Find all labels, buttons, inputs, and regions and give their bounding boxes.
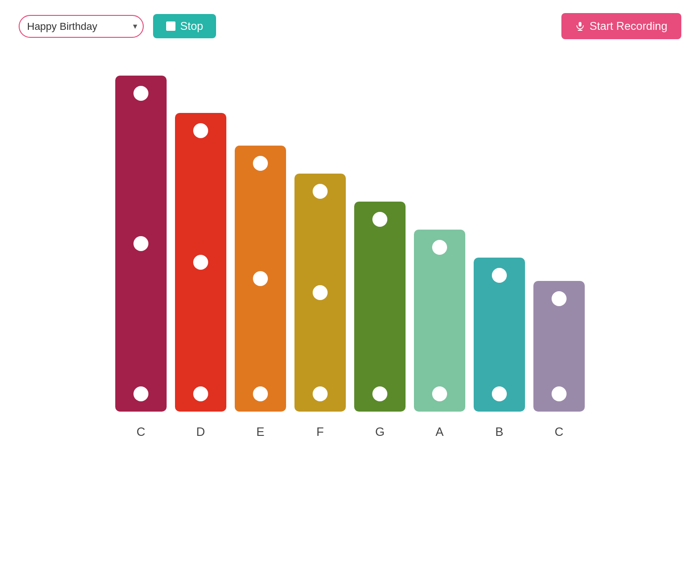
bar-bottom-dot — [193, 386, 208, 401]
xylophone-bar-bar-d[interactable] — [175, 113, 226, 412]
xylophone-container: CDEFGABC — [0, 66, 700, 481]
xylophone-bar-bar-c2[interactable] — [533, 281, 585, 412]
bar-wrapper-a: A — [414, 230, 465, 439]
bar-label-bar-c1: C — [137, 425, 146, 439]
bar-wrapper-c2: C — [533, 281, 585, 439]
bar-label-bar-b: B — [495, 425, 503, 439]
bar-label-bar-d: D — [196, 425, 205, 439]
xylophone-bar-bar-g[interactable] — [354, 202, 406, 412]
bar-top-dot — [552, 291, 567, 306]
bar-label-bar-a: A — [435, 425, 443, 439]
bar-top-dot — [432, 240, 447, 255]
bar-top-dot — [492, 268, 507, 283]
bar-bottom-dot — [552, 386, 567, 401]
start-recording-label: Start Recording — [589, 20, 667, 33]
stop-label: Stop — [180, 20, 203, 33]
bar-wrapper-d: D — [175, 113, 226, 439]
mic-icon — [575, 21, 585, 31]
bar-top-dot — [253, 156, 268, 171]
stop-icon — [166, 21, 175, 31]
bar-wrapper-f: F — [294, 174, 346, 439]
bar-top-dot — [313, 184, 328, 199]
bar-label-bar-c2: C — [555, 425, 564, 439]
xylophone-bar-bar-f[interactable] — [294, 174, 346, 412]
bar-mid-dot — [133, 236, 148, 251]
stop-button[interactable]: Stop — [153, 14, 216, 38]
header-left: Happy BirthdayTwinkle TwinkleMary Had a … — [19, 14, 216, 38]
xylophone-bar-bar-c1[interactable] — [115, 76, 167, 412]
bar-top-dot — [372, 212, 387, 227]
bar-mid-dot — [193, 255, 208, 270]
bar-wrapper-g: G — [354, 202, 406, 439]
bar-top-dot — [193, 123, 208, 138]
bar-wrapper-e: E — [235, 146, 286, 439]
bar-label-bar-e: E — [256, 425, 264, 439]
bar-mid-dot — [313, 285, 328, 300]
bar-label-bar-f: F — [316, 425, 324, 439]
bar-bottom-dot — [492, 386, 507, 401]
song-select-wrapper: Happy BirthdayTwinkle TwinkleMary Had a … — [19, 15, 144, 38]
xylophone-bar-bar-b[interactable] — [474, 258, 525, 412]
bar-wrapper-b: B — [474, 258, 525, 439]
header: Happy BirthdayTwinkle TwinkleMary Had a … — [0, 0, 700, 52]
bar-bottom-dot — [133, 386, 148, 401]
bar-bottom-dot — [313, 386, 328, 401]
bar-bottom-dot — [372, 386, 387, 401]
xylophone-bar-bar-a[interactable] — [414, 230, 465, 412]
start-recording-button[interactable]: Start Recording — [561, 13, 681, 39]
bar-label-bar-g: G — [375, 425, 385, 439]
bar-bottom-dot — [432, 386, 447, 401]
xylophone-bar-bar-e[interactable] — [235, 146, 286, 412]
song-select[interactable]: Happy BirthdayTwinkle TwinkleMary Had a … — [19, 15, 144, 38]
bar-top-dot — [133, 86, 148, 101]
bar-mid-dot — [253, 271, 268, 286]
bar-bottom-dot — [253, 386, 268, 401]
bar-wrapper-c: C — [115, 76, 167, 439]
bars-area: CDEFGABC — [115, 76, 585, 453]
svg-rect-0 — [579, 22, 581, 27]
